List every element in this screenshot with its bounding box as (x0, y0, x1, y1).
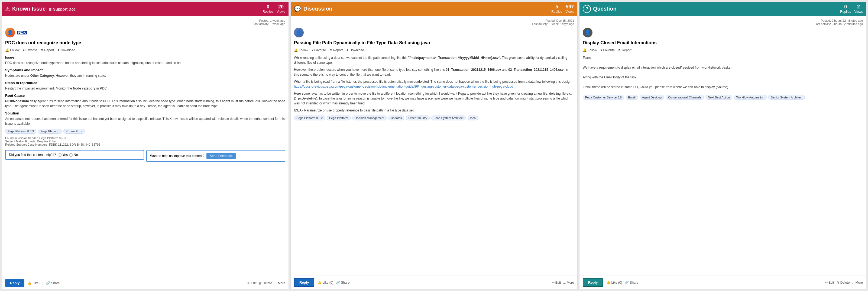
question-more[interactable]: ... More (852, 281, 863, 285)
more-action[interactable]: ... More (274, 281, 285, 285)
like-share: 👍 Like (0) 🔗 Share (28, 281, 60, 285)
discussion-para-2: However, the problem occurs when you hav… (294, 67, 574, 77)
question-header: ? Question 0 Replies 2 Views (580, 2, 866, 16)
known-issue-header: ⚠ Known Issue 🗎 Support Doc 0 Replies 20… (2, 2, 288, 16)
question-report[interactable]: ⚑ Report (618, 48, 631, 52)
edit-delete: ✏ Edit 🗑 Delete ... More (247, 281, 285, 285)
discussion-share[interactable]: 🔗 Share (336, 281, 349, 285)
feedback-buttons: Yes No (58, 153, 78, 157)
known-issue-stats: 0 Replies 20 Views (262, 4, 285, 13)
tag-pega-platform-862[interactable]: Pega Platform 8.6.2 (294, 116, 325, 120)
discussion-post-meta: Posted: Dec 15, 2021 Last activity: 1 we… (294, 19, 574, 26)
like-action[interactable]: 👍 Like (0) (28, 281, 43, 285)
known-issue-panel: ⚠ Known Issue 🗎 Support Doc 0 Replies 20… (2, 2, 289, 289)
discussion-header: 💬 Discussion 5 Replies 597 Views (291, 2, 577, 16)
tag-agent-desktop[interactable]: Agent Desktop (640, 95, 664, 100)
question-post-title: Display Closed Email Interactions (583, 40, 863, 46)
tag-known-error[interactable]: Known Error (63, 129, 85, 134)
tag-conversational-channels[interactable]: Conversational Channels (665, 95, 704, 100)
discussion-avatar: 👤 (294, 28, 304, 37)
improve-box: Want to help us improve this content? Se… (146, 150, 285, 162)
tag-idea[interactable]: Idea (468, 116, 478, 120)
question-icon: ? (583, 5, 591, 13)
replies-stat: 0 Replies (262, 4, 273, 13)
send-feedback-button[interactable]: Send Feedback (207, 153, 236, 159)
reply-button[interactable]: Reply (5, 279, 24, 287)
discussion-favorite[interactable]: ♥ Favorite (312, 48, 326, 52)
question-replies-stat: 0 Replies (840, 4, 851, 13)
solution-title: Solution (5, 111, 285, 115)
tag-pega-platform[interactable]: Pega Platform (38, 129, 62, 134)
issue-section-title: Issue (5, 55, 285, 59)
discussion-like-share: 👍 Like (0) 🔗 Share (317, 281, 349, 285)
tag-updates[interactable]: Updates (388, 116, 404, 120)
root-cause-content: PushNodesInfo daily agent runs to send i… (5, 99, 285, 109)
discussion-like[interactable]: 👍 Like (0) (317, 281, 333, 285)
question-post-meta: Posted: 2 hours 22 minutes ago Last acti… (583, 19, 863, 26)
tag-pega-cs-88[interactable]: Pega Customer Service 8.8 (583, 95, 624, 100)
question-edit-delete: ✏ Edit 🗑 Delete ... More (825, 281, 863, 285)
discussion-edit[interactable]: ✏ Edit (552, 281, 561, 285)
report-action[interactable]: ⚑ Report (40, 48, 54, 52)
known-issue-icon: ⚠ (5, 6, 10, 12)
discussion-tags: Pega Platform 8.6.2 Pega Platform Decisi… (294, 116, 574, 120)
discussion-follow[interactable]: 🔔 Follow (294, 48, 308, 52)
tag-pega-platform[interactable]: Pega Platform (327, 116, 350, 120)
no-option[interactable]: No (69, 153, 78, 157)
improve-question: Want to help us improve this content? (150, 154, 204, 158)
author-row: 👤 PEGA (5, 28, 285, 37)
question-follow[interactable]: 🔔 Follow (583, 48, 597, 52)
support-doc-label: 🗎 Support Doc (48, 7, 76, 11)
question-delete[interactable]: 🗑 Delete (836, 281, 850, 285)
tag-other-industry[interactable]: Other Industry (406, 116, 430, 120)
known-issue-body: Posted: 1 week ago Last activity: 1 week… (2, 16, 288, 277)
discussion-post-title: Passing File Path Dynamically in File Ty… (294, 40, 574, 46)
tag-decision-mgmt[interactable]: Decision Management (352, 116, 386, 120)
discussion-bottom-bar: Reply 👍 Like (0) 🔗 Share ✏ Edit ... More (291, 275, 577, 289)
views-stat: 20 Views (277, 4, 285, 13)
question-stats: 0 Replies 2 Views (840, 4, 863, 13)
discussion-views-stat: 597 Views (565, 4, 574, 13)
download-action[interactable]: ⬇ Download (57, 48, 75, 52)
steps-content: Restart the impacted environment. Monito… (5, 86, 285, 91)
question-favorite[interactable]: ♥ Favorite (600, 48, 615, 52)
feedback-box: Did you find this content helpful? Yes N… (5, 150, 144, 160)
follow-action[interactable]: 🔔 Follow (5, 48, 20, 52)
question-author-row: 👤 (583, 28, 863, 37)
discussion-report[interactable]: ⚑ Report (329, 48, 343, 52)
symptoms-title: Symptoms and Impact (5, 68, 285, 72)
avatar: 👤 (5, 28, 15, 37)
question-reply-button[interactable]: Reply (583, 278, 603, 287)
edit-action[interactable]: ✏ Edit (247, 281, 256, 285)
root-cause-title: Root Cause (5, 93, 285, 98)
tag-lead-system-architect[interactable]: Lead System Architect (431, 116, 466, 120)
favorite-action[interactable]: ♥ Favorite (23, 48, 37, 52)
pega-badge: PEGA (17, 31, 27, 34)
post-title: PDC does not recognize node type (5, 40, 285, 46)
yes-option[interactable]: Yes (58, 153, 68, 157)
question-title: Question (593, 6, 838, 12)
tag-workflow-automation[interactable]: Workflow Automation (734, 95, 767, 100)
question-like-share: 👍 Like (0) 🔗 Share (606, 281, 638, 285)
discussion-link[interactable]: https://docs-previous.pega.com/pega-cust… (294, 85, 513, 88)
discussion-para-4: Here some java has to be written in orde… (294, 91, 574, 106)
symptoms-content: Nodes are under Other Category. However,… (5, 73, 285, 78)
question-panel: ? Question 0 Replies 2 Views Posted: 2 h… (579, 2, 866, 289)
discussion-more[interactable]: ... More (563, 281, 574, 285)
question-avatar: 👤 (583, 28, 592, 37)
discussion-reply-button[interactable]: Reply (294, 278, 314, 287)
question-body: Posted: 2 hours 22 minutes ago Last acti… (580, 16, 866, 275)
tags: Pega Platform 8.8.3 Pega Platform Known … (5, 129, 285, 134)
share-action[interactable]: 🔗 Share (46, 281, 60, 285)
delete-action[interactable]: 🗑 Delete (259, 281, 272, 285)
solution-content: An enhancement request has been entered … (5, 116, 285, 126)
tag-email[interactable]: Email (626, 95, 638, 100)
question-share[interactable]: 🔗 Share (625, 281, 638, 285)
question-edit[interactable]: ✏ Edit (825, 281, 834, 285)
tag-next-best-action[interactable]: Next Best Action (706, 95, 732, 100)
known-issue-bottom-bar: Reply 👍 Like (0) 🔗 Share ✏ Edit 🗑 Delete… (2, 277, 288, 289)
tag-pega-platform-883[interactable]: Pega Platform 8.8.3 (5, 129, 36, 134)
discussion-download[interactable]: ⬇ Download (346, 48, 364, 52)
tag-senior-system-architect[interactable]: Senior System Architect (768, 95, 805, 100)
question-like[interactable]: 👍 Like (0) (606, 281, 622, 285)
